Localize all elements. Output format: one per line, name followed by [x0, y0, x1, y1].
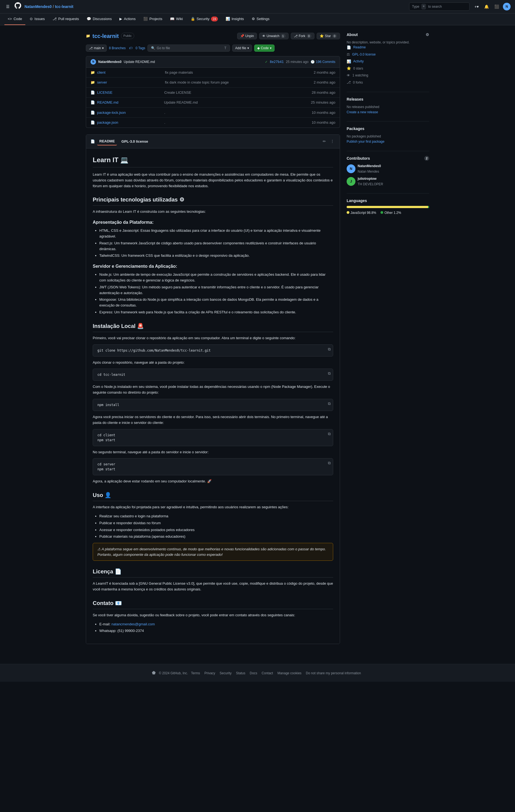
- hamburger-button[interactable]: ☰: [4, 3, 11, 10]
- packages-text: No packages published: [347, 134, 429, 139]
- contato-email-link[interactable]: natancmendes@gmail.com: [111, 622, 155, 626]
- footer-link[interactable]: Do not share my personal information: [306, 671, 361, 675]
- commit-author[interactable]: NatanMendes0: [98, 59, 121, 64]
- list-item: Realizar seu cadastro e login na platafo…: [99, 514, 333, 519]
- file-name[interactable]: 📄 README.md: [90, 100, 164, 105]
- code-cd-block: cd tcc-learnit ⧉: [93, 369, 333, 381]
- code-label: Code: [13, 16, 22, 22]
- star-button[interactable]: ⭐ Star 0: [317, 33, 340, 39]
- tags-count[interactable]: 0 Tags: [136, 46, 145, 51]
- repo-name[interactable]: tcc-learnit: [92, 32, 119, 40]
- footer-link[interactable]: Privacy: [205, 671, 215, 675]
- watching-icon: 👁: [347, 73, 350, 78]
- license-sidebar-link[interactable]: GPL-3.0 license: [352, 52, 376, 57]
- about-gear-icon[interactable]: ⚙: [426, 32, 429, 38]
- plataforma-title: Apresentação da Plataforma:: [93, 219, 333, 226]
- footer-link[interactable]: Docs: [250, 671, 257, 675]
- file-name[interactable]: 📄 LICENSE: [90, 90, 164, 95]
- settings-icon: ⚙: [252, 16, 255, 22]
- copy-cd-button[interactable]: ⧉: [328, 371, 331, 376]
- contato-email-item: E-mail: natancmendes@gmail.com: [99, 621, 333, 627]
- install-title: Instalação Local 🚨: [93, 322, 333, 332]
- goto-file-button[interactable]: 🔍 Go to file T: [147, 45, 230, 52]
- avatar[interactable]: N: [503, 3, 511, 10]
- contributors-section: Contributors 2 N NatanMendes0 Natan Mend…: [347, 155, 429, 186]
- plus-button[interactable]: +▾: [473, 3, 480, 10]
- add-file-label: Add file: [235, 46, 246, 50]
- branch-selector[interactable]: ⎇ main ▾: [86, 45, 107, 52]
- add-file-button[interactable]: Add file ▾: [232, 45, 252, 52]
- security-icon: 🔒: [191, 16, 195, 22]
- search-box[interactable]: Type ⌘ to search: [409, 2, 469, 11]
- contato-email-label: E-mail:: [99, 622, 110, 626]
- readme-tab[interactable]: README: [97, 138, 117, 146]
- nav-discussions[interactable]: 💬 Discussions: [83, 13, 115, 25]
- contato-list: E-mail: natancmendes@gmail.com Whatsapp:…: [93, 621, 333, 634]
- about-label: About: [347, 32, 358, 38]
- footer-logo: ⬟: [152, 670, 156, 675]
- activity-icon: 📊: [347, 59, 351, 64]
- footer-link[interactable]: Terms: [191, 671, 200, 675]
- copy-server-button[interactable]: ⧉: [328, 461, 331, 465]
- contributor-role: TH DEVELOPER: [358, 182, 383, 186]
- nav-code[interactable]: <> Code: [4, 13, 25, 25]
- license-icon: ⚖: [347, 52, 350, 57]
- nav-settings[interactable]: ⚙ Settings: [248, 13, 273, 25]
- goto-file-shortcut: T: [224, 46, 226, 50]
- breadcrumb-separator: /: [53, 4, 54, 10]
- license-sidebar-item: ⚖ GPL-3.0 license: [347, 52, 429, 57]
- nav-issues[interactable]: ⊙ Issues: [26, 13, 48, 25]
- code-diamond-icon: ◆: [257, 46, 260, 50]
- fork-button[interactable]: ⎇ Fork 0: [291, 33, 315, 39]
- readme-sidebar-link[interactable]: Readme: [353, 45, 365, 50]
- edit-readme-button[interactable]: ✏: [322, 138, 327, 145]
- publish-package-link[interactable]: Publish your first package: [347, 140, 384, 144]
- nav-security[interactable]: 🔒 Security 24: [187, 13, 221, 25]
- commit-hash[interactable]: 8e27b41: [270, 59, 284, 64]
- nav-pull-requests[interactable]: ⎇ Pull requests: [49, 13, 82, 25]
- commits-link[interactable]: 🕐 196 Commits: [310, 59, 335, 64]
- file-name[interactable]: 📄 package-lock.json: [90, 110, 164, 115]
- add-file-dropdown-icon: ▾: [247, 46, 249, 50]
- nav-insights[interactable]: 📊 Insights: [222, 13, 247, 25]
- footer-link[interactable]: Security: [220, 671, 232, 675]
- commit-message[interactable]: Update README.md: [124, 59, 263, 64]
- create-release-link[interactable]: Create a new release: [347, 110, 378, 114]
- branches-count[interactable]: 8 Branches: [109, 46, 126, 51]
- copy-clone-button[interactable]: ⧉: [328, 347, 331, 352]
- nav-projects[interactable]: ⬛ Projects: [140, 13, 166, 25]
- goto-file-icon: 🔍: [151, 46, 155, 50]
- nav-actions[interactable]: ▶ Actions: [116, 13, 139, 25]
- code-button[interactable]: ◆ Code ▾: [254, 45, 275, 52]
- inbox-button[interactable]: ⬛: [493, 3, 501, 10]
- server-list: Node.js: Um ambiente de tempo de execuçã…: [93, 272, 333, 315]
- branch-dropdown-icon: ▾: [102, 46, 104, 50]
- nav-wiki[interactable]: 📖 Wiki: [167, 13, 186, 25]
- security-label: Security: [197, 16, 210, 22]
- copy-client-button[interactable]: ⧉: [328, 432, 331, 436]
- bell-button[interactable]: 🔔: [483, 3, 490, 10]
- watch-button[interactable]: 👁 Unwatch 1: [259, 33, 289, 39]
- file-name[interactable]: 📁 client: [90, 70, 165, 75]
- breadcrumb-user[interactable]: NatanMendes0: [25, 4, 52, 10]
- contributor[interactable]: N NatanMendes0 Natan Mendes: [347, 164, 429, 174]
- file-name[interactable]: 📄 package.json: [90, 120, 164, 125]
- file-name[interactable]: 📁 server: [90, 80, 165, 85]
- fork-icon: ⎇: [294, 34, 298, 38]
- footer-link[interactable]: Manage cookies: [277, 671, 301, 675]
- fork-label: Fork: [299, 34, 305, 38]
- unpin-button[interactable]: 📌 Unpin: [237, 33, 257, 39]
- pr-label: Pull requests: [58, 16, 79, 22]
- activity-sidebar-link[interactable]: Activity: [353, 59, 364, 64]
- footer-link[interactable]: Status: [236, 671, 245, 675]
- copy-npm-button[interactable]: ⧉: [328, 401, 331, 406]
- file-commit: fix page materials: [165, 70, 314, 75]
- raw-readme-button[interactable]: ⋮: [329, 138, 335, 145]
- license-tab[interactable]: GPL-3.0 license: [119, 138, 150, 145]
- search-shortcut: ⌘: [422, 4, 426, 10]
- contributor[interactable]: J juliotroptow TH DEVELOPER: [347, 176, 429, 186]
- releases-section: Releases No releases published Create a …: [347, 96, 429, 115]
- footer-link[interactable]: Contact: [262, 671, 273, 675]
- breadcrumb-repo[interactable]: tcc-learnit: [55, 4, 74, 10]
- readme-header: 📄 README GPL-3.0 license ✏ ⋮: [86, 135, 340, 149]
